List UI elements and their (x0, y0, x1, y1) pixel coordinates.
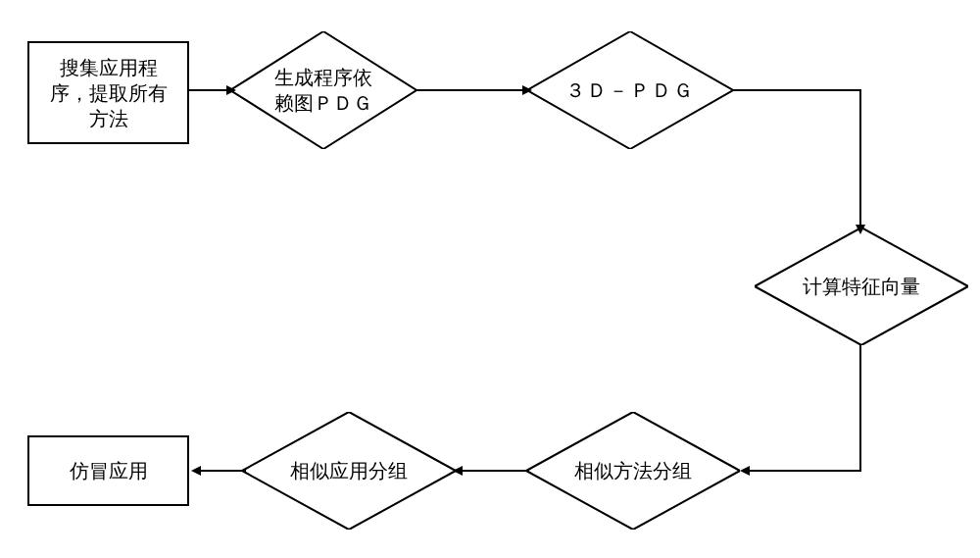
svg-marker-6 (226, 85, 236, 95)
node-method-group: 相似方法分组 (526, 412, 740, 530)
svg-marker-14 (191, 466, 201, 476)
arrow-3dpdg-feature (733, 82, 875, 239)
node-pdg3d-label: ３Ｄ－ＰＤＧ (550, 77, 710, 103)
node-pdg3d: ３Ｄ－ＰＤＧ (527, 31, 733, 149)
svg-marker-10 (740, 466, 750, 476)
node-end-label: 仿冒应用 (70, 458, 148, 483)
node-end: 仿冒应用 (27, 435, 189, 506)
svg-marker-9 (856, 225, 865, 234)
arrow-feature-method (735, 345, 877, 482)
node-pdg-label: 生成程序依 赖图ＰＤＧ (259, 65, 388, 116)
svg-marker-8 (522, 85, 532, 95)
arrow-pdg-3dpdg (416, 82, 534, 102)
node-start-label: 搜集应用程 序，提取所有 方法 (50, 55, 168, 131)
arrow-start-pdg (189, 82, 238, 102)
node-feature-label: 计算特征向量 (787, 274, 936, 299)
node-feature: 计算特征向量 (755, 228, 968, 345)
arrow-app-end (189, 463, 248, 482)
arrow-method-app (451, 463, 531, 482)
node-pdg: 生成程序依 赖图ＰＤＧ (230, 31, 416, 149)
node-method-group-label: 相似方法分组 (559, 458, 708, 483)
flowchart-diagram: 搜集应用程 序，提取所有 方法 生成程序依 赖图ＰＤＧ ３Ｄ－ＰＤＧ 计算特征向… (0, 0, 980, 558)
node-start: 搜集应用程 序，提取所有 方法 (27, 41, 189, 144)
node-app-group-label: 相似应用分组 (274, 458, 423, 483)
svg-marker-12 (453, 466, 463, 476)
node-app-group: 相似应用分组 (242, 412, 456, 530)
